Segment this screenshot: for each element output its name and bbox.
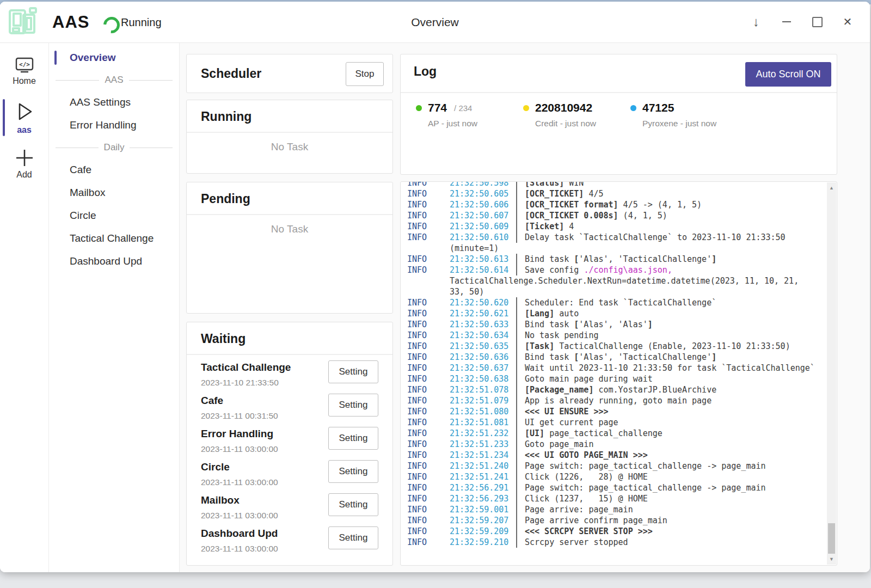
stat-credit: 220810942Credit - just now <box>523 101 630 128</box>
log-message: [UI] page_tactical_challenge <box>516 428 837 439</box>
log-row: INFO21:32:51.241Click (1226, 28) @ HOME <box>407 471 837 482</box>
waiting-task-row: Circle2023-11-11 03:00:00Setting <box>201 460 378 493</box>
task-setting-button-dashboard-upd[interactable]: Setting <box>328 526 378 549</box>
nav-item-error-handling[interactable]: Error Handling <box>49 114 179 137</box>
close-button[interactable]: ✕ <box>835 9 860 34</box>
task-setting-button-tactical-challenge[interactable]: Setting <box>328 360 378 383</box>
log-timestamp: 21:32:50.606 <box>450 199 516 210</box>
log-message: Scheduler: End task `TacticalChallenge` <box>516 297 837 308</box>
log-message: Bind task ['Alas', 'Alas'] <box>516 319 837 330</box>
log-level: INFO <box>407 254 450 265</box>
log-row: INFO21:32:50.607[OCR_TICKET 0.008s] (4, … <box>407 210 837 221</box>
rail-item-aas[interactable]: aas <box>0 97 48 138</box>
nav-item-cafe[interactable]: Cafe <box>49 158 179 181</box>
task-name: Tactical Challenge <box>201 360 291 373</box>
log-row: TacticalChallenge.Scheduler.NextRun=date… <box>407 275 837 286</box>
log-row: INFO21:32:51.232[UI] page_tactical_chall… <box>407 428 837 439</box>
maximize-button[interactable] <box>805 9 830 34</box>
pending-card: Pending No Task <box>186 182 393 314</box>
rail-item-label: Add <box>16 170 32 180</box>
log-view-card: INFO21:32:50.598[Status] WININFO21:32:50… <box>400 181 837 566</box>
task-setting-button-circle[interactable]: Setting <box>328 460 378 483</box>
log-timestamp: 21:32:51.233 <box>450 439 516 450</box>
log-level: INFO <box>407 450 450 461</box>
log-title: Log <box>414 64 437 79</box>
log-message: Scrcpy server stopped <box>516 537 837 548</box>
log-message: Page switch: page_tactical_challenge -> … <box>516 482 837 493</box>
nav-item-overview[interactable]: Overview <box>49 46 179 69</box>
play-icon <box>14 100 35 123</box>
nav-item-tactical-challenge[interactable]: Tactical Challenge <box>49 227 179 250</box>
title-bar: AAS Running Overview ↓ ✕ <box>0 2 870 43</box>
waiting-task-info: Tactical Challenge2023-11-10 21:33:50 <box>201 360 291 388</box>
down-arrow-icon: ↓ <box>753 15 759 28</box>
running-empty-text: No Task <box>187 141 392 153</box>
nav-item-circle[interactable]: Circle <box>49 204 179 227</box>
nav-item-mailbox[interactable]: Mailbox <box>49 181 179 204</box>
log-level: INFO <box>407 461 450 471</box>
waiting-task-info: Cafe2023-11-11 00:31:50 <box>201 394 278 421</box>
scroll-down-icon[interactable]: ▼ <box>827 555 836 564</box>
log-level: INFO <box>407 297 450 308</box>
log-level: INFO <box>407 515 450 526</box>
nav-item-dashboard-upd[interactable]: Dashboard Upd <box>49 250 179 273</box>
task-name: Dashboard Upd <box>201 526 278 540</box>
stat-value: 47125 <box>642 101 674 114</box>
auto-scroll-button[interactable]: Auto Scroll ON <box>745 62 831 87</box>
log-row: INFO21:32:50.635[Task] TacticalChallenge… <box>407 341 837 352</box>
log-timestamp: 21:32:50.638 <box>450 373 516 384</box>
scroll-up-icon[interactable]: ▲ <box>827 183 836 192</box>
log-row: INFO21:32:50.633Bind task ['Alas', 'Alas… <box>407 319 837 330</box>
log-level: INFO <box>407 526 450 537</box>
log-row: INFO21:32:59.209<<< SCRCPY SERVER STOP >… <box>407 526 837 537</box>
nav-group-label: Daily <box>104 142 125 153</box>
log-message: <<< SCRCPY SERVER STOP >>> <box>516 526 837 537</box>
pending-title: Pending <box>187 182 392 214</box>
log-message: [Status] WIN <box>516 181 837 188</box>
log-message: [OCR_TICKET format] 4/5 -> (4, 1, 5) <box>516 199 837 210</box>
log-row: INFO21:32:51.081UI get current page <box>407 417 837 428</box>
log-level: INFO <box>407 265 450 275</box>
log-lines: INFO21:32:50.598[Status] WININFO21:32:50… <box>407 181 837 548</box>
log-timestamp: 21:32:50.607 <box>450 210 516 221</box>
nav-item-aas-settings[interactable]: AAS Settings <box>49 91 179 114</box>
stat-suffix: / 234 <box>454 103 472 113</box>
task-setting-button-cafe[interactable]: Setting <box>328 394 378 416</box>
waiting-task-row: Dashboard Upd2023-11-11 03:00:00Setting <box>201 526 378 560</box>
log-timestamp: 21:32:51.232 <box>450 428 516 439</box>
task-name: Cafe <box>201 394 278 407</box>
stat-label: Credit - just now <box>523 119 630 128</box>
maximize-icon <box>812 17 823 27</box>
nav-group-daily: Daily <box>49 137 179 158</box>
log-timestamp: 21:32:50.637 <box>450 363 516 373</box>
log-timestamp: 21:32:56.293 <box>450 493 516 504</box>
log-message: Goto main page during wait <box>516 373 837 384</box>
rail-item-home[interactable]: </> Home <box>0 51 48 92</box>
task-setting-button-mailbox[interactable]: Setting <box>328 493 378 516</box>
task-setting-button-error-handling[interactable]: Setting <box>328 427 378 450</box>
download-arrow-button[interactable]: ↓ <box>744 9 769 34</box>
log-timestamp: 21:32:50.614 <box>450 265 516 275</box>
stop-button[interactable]: Stop <box>346 62 384 86</box>
log-row: INFO21:32:50.609[Ticket] 4 <box>407 221 837 232</box>
log-level: INFO <box>407 199 450 210</box>
log-message: No task pending <box>516 330 837 341</box>
log-level: INFO <box>407 406 450 417</box>
log-message: Save config ./config\aas.json, <box>516 265 837 275</box>
stat-value: 220810942 <box>535 101 592 114</box>
log-level: INFO <box>407 395 450 406</box>
log-level: INFO <box>407 439 450 450</box>
app-window: AAS Running Overview ↓ ✕ </> Home aas <box>0 2 870 572</box>
scrollbar-thumb[interactable] <box>828 523 835 554</box>
waiting-task-row: Error Handling2023-11-11 03:00:00Setting <box>201 427 378 460</box>
log-row: INFO21:32:59.001Page arrive: page_main <box>407 504 837 515</box>
log-message-continuation: 33, 50) <box>450 286 837 297</box>
log-level: INFO <box>407 493 450 504</box>
log-message: Page switch: page_tactical_challenge -> … <box>516 461 837 471</box>
log-timestamp: 21:32:50.609 <box>450 221 516 232</box>
rail-item-add[interactable]: Add <box>0 143 48 185</box>
log-timestamp: 21:32:51.081 <box>450 417 516 428</box>
minimize-button[interactable] <box>774 9 799 34</box>
log-scrollbar[interactable]: ▲ ▼ <box>827 182 836 565</box>
log-level: INFO <box>407 384 450 395</box>
